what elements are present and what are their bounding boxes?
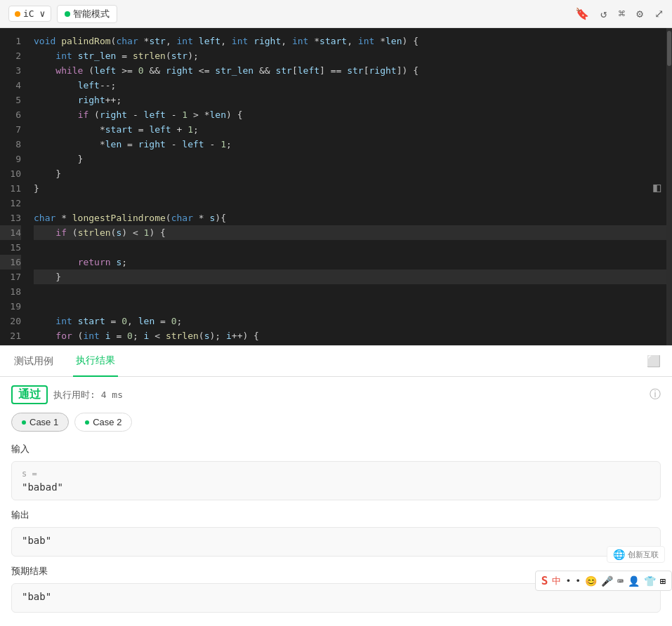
line-numbers: 12345 678910 111213 14 15 16 1718192021 … bbox=[0, 28, 28, 345]
case-row: Case 1 Case 2 bbox=[11, 413, 661, 432]
case-2-dot bbox=[85, 420, 89, 425]
bookmark-icon[interactable]: 🔖 bbox=[575, 7, 589, 20]
lang-label: iC ∨ bbox=[23, 8, 45, 19]
case-2-label: Case 2 bbox=[93, 417, 121, 427]
ime-dot2: • bbox=[575, 575, 581, 586]
input-value: "babad" bbox=[22, 481, 650, 493]
info-icon[interactable]: ⓘ bbox=[650, 387, 661, 402]
code-editor[interactable]: 12345 678910 111213 14 15 16 1718192021 … bbox=[0, 28, 672, 345]
input-var: s = bbox=[22, 469, 650, 479]
ime-person[interactable]: 👤 bbox=[628, 575, 640, 587]
output-label: 输出 bbox=[11, 509, 661, 521]
ime-mic[interactable]: 🎤 bbox=[601, 575, 613, 587]
ime-grid[interactable]: ⊞ bbox=[660, 575, 666, 587]
ime-dot1: • bbox=[565, 575, 571, 586]
tab-results[interactable]: 执行结果 bbox=[73, 346, 118, 377]
mode-label: 智能模式 bbox=[73, 8, 110, 20]
brand-text: 创新互联 bbox=[628, 550, 659, 560]
tab-test-cases[interactable]: 测试用例 bbox=[11, 346, 56, 377]
ime-logo: S bbox=[541, 574, 548, 587]
brand-watermark: 🌐 创新互联 bbox=[607, 546, 665, 563]
refresh-icon[interactable]: ↺ bbox=[600, 7, 607, 20]
lang-dot bbox=[15, 11, 20, 17]
input-box: s = "babad" bbox=[11, 461, 661, 500]
ime-toolbar: S 中 • • 😊 🎤 ⌨ 👤 👕 ⊞ bbox=[535, 571, 672, 591]
code-text[interactable]: void palindRom(char *str, int left, int … bbox=[28, 28, 672, 345]
settings-icon[interactable]: ⚙ bbox=[636, 7, 643, 20]
output-value: "bab" bbox=[22, 535, 650, 546]
case-1-dot bbox=[22, 420, 26, 425]
ime-keyboard[interactable]: ⌨ bbox=[617, 575, 623, 587]
mode-selector[interactable]: 智能模式 bbox=[57, 5, 117, 23]
case-1-button[interactable]: Case 1 bbox=[11, 413, 69, 432]
shortcut-icon[interactable]: ⌘ bbox=[619, 7, 626, 20]
editor-scrollbar[interactable] bbox=[666, 28, 672, 345]
right-panel-icon[interactable]: ◧ bbox=[653, 180, 661, 194]
ime-emoji[interactable]: 😊 bbox=[585, 575, 597, 587]
tab-bar: 测试用例 执行结果 ⬜ bbox=[0, 346, 672, 377]
mode-dot bbox=[65, 11, 70, 17]
status-row: 通过 执行用时: 4 ms ⓘ bbox=[11, 385, 661, 404]
case-2-button[interactable]: Case 2 bbox=[74, 413, 132, 432]
scrollbar-thumb[interactable] bbox=[667, 31, 671, 66]
pass-badge: 通过 bbox=[11, 385, 48, 404]
ime-shirt[interactable]: 👕 bbox=[644, 575, 656, 587]
output-box: "bab" bbox=[11, 527, 661, 557]
input-label: 输入 bbox=[11, 443, 661, 455]
toolbar: iC ∨ 智能模式 🔖 ↺ ⌘ ⚙ ⤢ bbox=[0, 0, 672, 28]
toolbar-icons: 🔖 ↺ ⌘ ⚙ ⤢ bbox=[575, 7, 664, 20]
ime-cn: 中 bbox=[552, 575, 561, 587]
expected-value: "bab" bbox=[22, 591, 650, 602]
brand-icon: 🌐 bbox=[613, 549, 625, 560]
expand-icon[interactable]: ⤢ bbox=[654, 7, 664, 20]
language-selector[interactable]: iC ∨ bbox=[8, 6, 51, 22]
exec-time: 执行用时: 4 ms bbox=[53, 389, 123, 401]
panel-expand-icon[interactable]: ⬜ bbox=[647, 354, 661, 368]
case-1-label: Case 1 bbox=[29, 417, 58, 427]
